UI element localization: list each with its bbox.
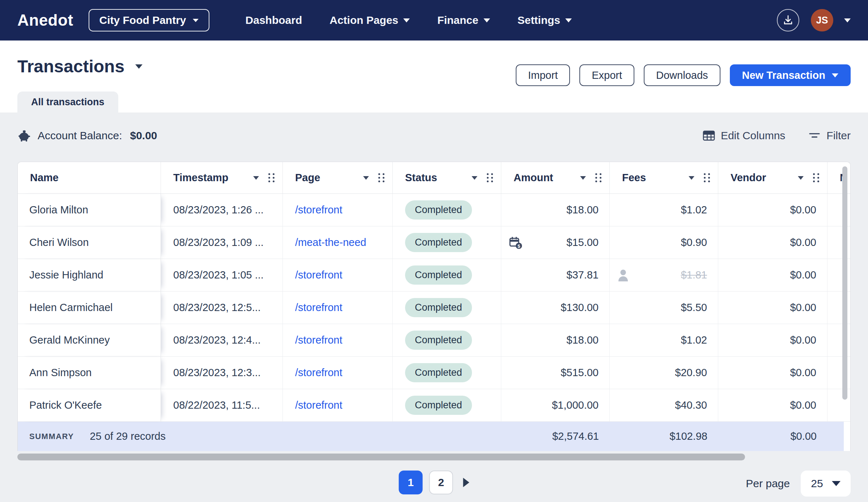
- per-page-select[interactable]: 25: [801, 471, 851, 497]
- column-header-fees[interactable]: Fees: [610, 162, 718, 193]
- import-button[interactable]: Import: [516, 64, 570, 86]
- column-header-page[interactable]: Page: [283, 162, 393, 193]
- cell-amount: $515.00: [561, 367, 599, 379]
- nav-item-dashboard[interactable]: Dashboard: [246, 14, 302, 26]
- downloads-button[interactable]: [777, 9, 799, 31]
- cell-vendor: $0.00: [790, 367, 816, 379]
- transactions-table: Name Timestamp Page Status: [17, 162, 851, 451]
- table-row[interactable]: Ann Simpson 08/23/2023, 12:3... /storefr…: [18, 357, 850, 389]
- page-link[interactable]: /meat-the-need: [295, 237, 366, 248]
- drag-handle-icon[interactable]: [487, 173, 493, 182]
- nav-item-settings[interactable]: Settings: [518, 14, 572, 26]
- page-link[interactable]: /storefront: [295, 269, 342, 281]
- new-transaction-button[interactable]: New Transaction: [730, 64, 851, 86]
- table-row[interactable]: Gloria Milton 08/23/2023, 1:26 ... /stor…: [18, 194, 850, 226]
- summary-fees-total: $102.98: [610, 430, 718, 442]
- page-link[interactable]: /storefront: [295, 204, 342, 216]
- cell-name: Patrick O'Keefe: [18, 389, 161, 421]
- cell-amount: $18.00: [566, 334, 599, 346]
- per-page-label: Per page: [746, 477, 790, 490]
- header-actions: Import Export Downloads New Transaction: [516, 64, 851, 86]
- export-button[interactable]: Export: [579, 64, 634, 86]
- table-row[interactable]: Gerald McKinney 08/23/2023, 12:4... /sto…: [18, 324, 850, 357]
- cell-name: Ann Simpson: [18, 357, 161, 389]
- pagination-bar: 1 2 Per page 25: [17, 471, 851, 497]
- drag-handle-icon[interactable]: [813, 173, 819, 182]
- drag-handle-icon[interactable]: [595, 173, 601, 182]
- anedot-logo[interactable]: Anedot: [17, 11, 73, 29]
- table-row[interactable]: Jessie Highland 08/23/2023, 1:05 ... /st…: [18, 259, 850, 292]
- cell-fees: $20.90: [675, 367, 707, 379]
- sort-caret-icon[interactable]: [472, 176, 477, 180]
- column-header-timestamp[interactable]: Timestamp: [161, 162, 283, 193]
- page-link[interactable]: /storefront: [295, 302, 342, 314]
- filter-button[interactable]: Filter: [808, 129, 851, 142]
- column-header-name[interactable]: Name: [18, 162, 161, 193]
- nav-item-finance[interactable]: Finance: [437, 14, 490, 26]
- cell-name: Helen Carmichael: [18, 292, 161, 324]
- cell-vendor: $0.00: [790, 302, 816, 314]
- chevron-down-icon: [832, 481, 841, 486]
- table-row[interactable]: Cheri Wilson 08/23/2023, 1:09 ... /meat-…: [18, 226, 850, 259]
- column-header-vendor[interactable]: Vendor: [718, 162, 827, 193]
- calendar-dollar-icon: $: [509, 235, 523, 250]
- drag-handle-icon[interactable]: [704, 173, 710, 182]
- summary-label: SUMMARY: [29, 432, 74, 441]
- sort-caret-icon[interactable]: [798, 176, 804, 180]
- title-caret-icon[interactable]: [135, 64, 142, 69]
- page-link[interactable]: /storefront: [295, 334, 342, 346]
- column-header-clipped[interactable]: N: [827, 162, 851, 193]
- table-row[interactable]: Helen Carmichael 08/23/2023, 12:5... /st…: [18, 292, 850, 324]
- cell-amount: $15.00: [566, 237, 599, 248]
- vertical-scrollbar[interactable]: [842, 166, 847, 400]
- download-tray-icon: [783, 14, 793, 26]
- page-button-1[interactable]: 1: [399, 471, 423, 494]
- page-link[interactable]: /storefront: [295, 399, 342, 411]
- records-count: 25 of 29 records: [90, 430, 166, 442]
- chevron-down-icon: [832, 73, 838, 77]
- cell-fees: $40.30: [675, 399, 707, 411]
- nav-item-action-pages[interactable]: Action Pages: [329, 14, 410, 26]
- status-badge: Completed: [405, 233, 472, 252]
- cell-timestamp: 08/22/2023, 11:5...: [161, 389, 283, 421]
- cell-fees: $0.90: [681, 237, 707, 248]
- column-header-amount[interactable]: Amount: [501, 162, 610, 193]
- drag-handle-icon[interactable]: [378, 173, 384, 182]
- page-button-2[interactable]: 2: [429, 471, 453, 494]
- sort-caret-icon[interactable]: [580, 176, 586, 180]
- page-title: Transactions: [17, 56, 124, 76]
- cell-timestamp: 08/23/2023, 12:3...: [161, 357, 283, 389]
- cell-vendor: $0.00: [790, 269, 816, 281]
- tab-all-transactions[interactable]: All transactions: [17, 92, 118, 112]
- nav-menu: Dashboard Action Pages Finance Settings: [246, 14, 572, 26]
- sort-caret-icon[interactable]: [253, 176, 259, 180]
- next-page-icon[interactable]: [463, 478, 469, 487]
- column-header-status[interactable]: Status: [393, 162, 501, 193]
- filter-lines-icon: [808, 131, 821, 141]
- org-selector-button[interactable]: City Food Pantry: [89, 9, 209, 31]
- edit-columns-button[interactable]: Edit Columns: [703, 129, 785, 142]
- user-menu-caret-icon[interactable]: [844, 18, 851, 22]
- cell-name: Gerald McKinney: [18, 324, 161, 356]
- cell-fees: $1.81: [681, 269, 707, 281]
- status-badge: Completed: [405, 331, 472, 350]
- table-row[interactable]: Patrick O'Keefe 08/22/2023, 11:5... /sto…: [18, 389, 850, 422]
- cell-timestamp: 08/23/2023, 12:4...: [161, 324, 283, 356]
- balance-label: Account Balance:: [38, 129, 122, 142]
- sort-caret-icon[interactable]: [689, 176, 694, 180]
- status-badge: Completed: [405, 363, 472, 382]
- cell-amount: $37.81: [566, 269, 599, 281]
- cell-name: Jessie Highland: [18, 259, 161, 291]
- user-avatar[interactable]: JS: [811, 9, 833, 31]
- summary-amount-total: $2,574.61: [501, 430, 610, 442]
- status-badge: Completed: [405, 200, 472, 220]
- drag-handle-icon[interactable]: [268, 173, 275, 182]
- sort-caret-icon[interactable]: [363, 176, 369, 180]
- cell-vendor: $0.00: [790, 399, 816, 411]
- downloads-page-button[interactable]: Downloads: [644, 64, 720, 86]
- cell-vendor: $0.00: [790, 204, 816, 216]
- page-link[interactable]: /storefront: [295, 367, 342, 379]
- person-icon: [617, 268, 629, 282]
- cell-timestamp: 08/23/2023, 1:05 ...: [161, 259, 283, 291]
- horizontal-scrollbar[interactable]: [17, 454, 745, 460]
